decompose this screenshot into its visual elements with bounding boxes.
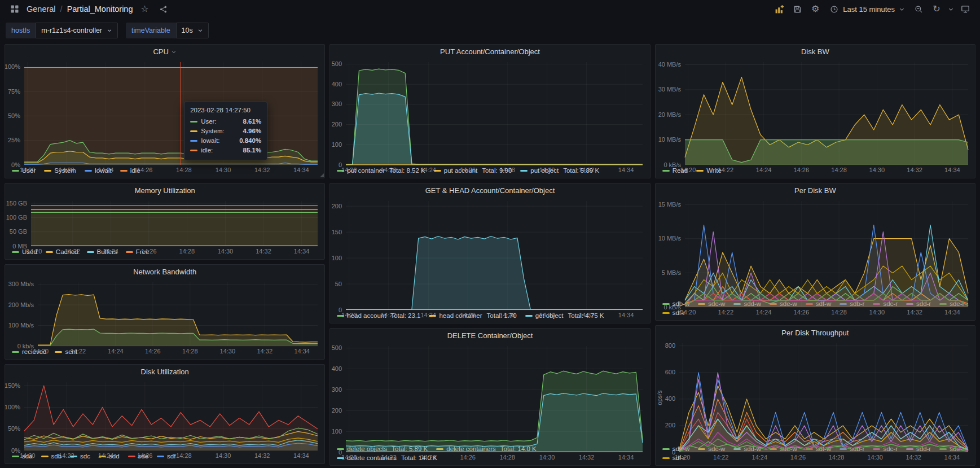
panel-header-put[interactable]: PUT Account/Container/Object bbox=[330, 45, 649, 59]
variable-timevariable-value: 10s bbox=[182, 27, 193, 34]
panel-title: Disk Utilization bbox=[141, 368, 189, 376]
svg-text:14:28: 14:28 bbox=[176, 452, 192, 459]
svg-text:50%: 50% bbox=[8, 425, 20, 432]
svg-text:14:34: 14:34 bbox=[293, 452, 309, 459]
svg-text:14:20: 14:20 bbox=[33, 348, 49, 355]
svg-text:5 MB/s: 5 MB/s bbox=[661, 269, 681, 276]
svg-text:40 MB/s: 40 MB/s bbox=[658, 61, 681, 68]
star-icon[interactable]: ☆ bbox=[138, 2, 152, 16]
svg-text:14:24: 14:24 bbox=[103, 248, 118, 255]
svg-text:0 kb/s: 0 kb/s bbox=[17, 343, 34, 349]
svg-text:0 MB: 0 MB bbox=[12, 243, 27, 250]
variable-hostis-label: hostIs bbox=[6, 23, 36, 38]
put-chart[interactable]: 010020030040050014:2014:2214:2414:2614:2… bbox=[330, 59, 649, 166]
add-panel-icon[interactable] bbox=[772, 2, 786, 16]
chart-svg: 0%50%100%150%14:2014:2214:2414:2614:2814… bbox=[5, 379, 324, 460]
tooltip-series-label: idle: bbox=[201, 146, 213, 155]
svg-text:14:26: 14:26 bbox=[790, 454, 806, 461]
svg-text:14:22: 14:22 bbox=[59, 452, 74, 459]
svg-text:14:32: 14:32 bbox=[256, 248, 271, 255]
zoom-out-icon[interactable] bbox=[912, 2, 925, 16]
disk-utilization-chart[interactable]: 0%50%100%150%14:2014:2214:2414:2614:2814… bbox=[5, 379, 324, 452]
svg-text:100%: 100% bbox=[5, 63, 20, 70]
refresh-icon[interactable]: ↻ bbox=[930, 2, 943, 16]
svg-text:100: 100 bbox=[332, 428, 342, 435]
svg-text:100 Mb/s: 100 Mb/s bbox=[8, 322, 34, 329]
tooltip-series-value: 8.61% bbox=[235, 117, 262, 126]
tooltip-series-value: 4.96% bbox=[235, 126, 262, 136]
variable-hostis-select[interactable]: m-r1z1s4-controller bbox=[36, 23, 118, 38]
svg-text:14:26: 14:26 bbox=[793, 309, 809, 316]
svg-text:14:26: 14:26 bbox=[460, 454, 476, 461]
svg-text:400: 400 bbox=[665, 395, 675, 402]
top-navbar: General / Partial_Monitoring ☆ ⚙ Last 15… bbox=[0, 0, 980, 18]
svg-text:14:28: 14:28 bbox=[828, 454, 844, 461]
svg-text:14:28: 14:28 bbox=[182, 348, 198, 355]
chart-svg: 0 kb/s100 Mb/s200 Mb/s300 Mb/s14:2014:22… bbox=[5, 279, 324, 356]
chart-svg: 0 kB/s5 MB/s10 MB/s15 MB/s14:2014:2214:2… bbox=[656, 198, 975, 317]
panel-header-per-disk-throughput[interactable]: Per Disk Throughput bbox=[656, 326, 975, 340]
dashboard-settings-gear-icon[interactable]: ⚙ bbox=[808, 2, 822, 16]
network-bandwidth-chart[interactable]: 0 kb/s100 Mb/s200 Mb/s300 Mb/s14:2014:22… bbox=[5, 279, 324, 347]
refresh-interval-chevron-icon[interactable] bbox=[948, 6, 954, 12]
svg-text:14:34: 14:34 bbox=[944, 454, 960, 461]
per-disk-bw-chart[interactable]: 0 kB/s5 MB/s10 MB/s15 MB/s14:2014:2214:2… bbox=[656, 198, 975, 299]
cpu-chart[interactable]: 0%25%50%75%100%14:2014:2214:2414:2614:28… bbox=[5, 59, 324, 166]
time-range-picker[interactable]: Last 15 minutes bbox=[827, 2, 907, 16]
svg-text:10 MB/s: 10 MB/s bbox=[658, 136, 681, 143]
panel-title: DELETE Container/Object bbox=[447, 331, 533, 340]
svg-text:0 kB/s: 0 kB/s bbox=[663, 304, 681, 310]
svg-text:14:28: 14:28 bbox=[500, 312, 516, 318]
panel-header-per-disk-bw[interactable]: Per Disk BW bbox=[656, 183, 975, 198]
chevron-down-icon bbox=[107, 28, 112, 33]
panel-header-get-head[interactable]: GET & HEAD Account/Container/Object bbox=[330, 183, 649, 198]
svg-text:75%: 75% bbox=[8, 88, 20, 95]
panel-header-network[interactable]: Network Bandwidth bbox=[5, 265, 324, 279]
svg-text:14:30: 14:30 bbox=[869, 167, 885, 173]
svg-text:14:20: 14:20 bbox=[341, 167, 357, 173]
svg-text:14:34: 14:34 bbox=[618, 167, 634, 173]
get-head-chart[interactable]: 05010015020014:2014:2214:2414:2614:2814:… bbox=[330, 198, 649, 311]
svg-text:14:32: 14:32 bbox=[906, 454, 921, 461]
panel-title: Disk BW bbox=[801, 47, 829, 56]
svg-text:14:28: 14:28 bbox=[500, 454, 516, 461]
panel-header-disk-utilization[interactable]: Disk Utilization bbox=[5, 365, 324, 379]
breadcrumb: General / Partial_Monitoring bbox=[27, 5, 133, 14]
svg-text:14:30: 14:30 bbox=[216, 452, 231, 459]
memory-utilization-chart[interactable]: 0 MB50 GB100 GB150 GB14:2014:2214:2414:2… bbox=[5, 198, 324, 247]
breadcrumb-section[interactable]: General bbox=[27, 5, 56, 14]
panel-header-memory[interactable]: Memory Utilization bbox=[5, 183, 324, 198]
tooltip-series-marker bbox=[190, 121, 197, 123]
svg-text:14:20: 14:20 bbox=[20, 167, 36, 173]
disk-bw-chart[interactable]: 0 kB/s10 MB/s20 MB/s30 MB/s40 MB/s14:201… bbox=[656, 59, 975, 166]
variable-timevariable-label: timeVariable bbox=[126, 23, 176, 38]
svg-text:14:24: 14:24 bbox=[755, 309, 771, 316]
svg-text:400: 400 bbox=[332, 81, 342, 88]
svg-text:14:20: 14:20 bbox=[341, 312, 357, 318]
apps-grid-icon[interactable] bbox=[8, 2, 21, 16]
svg-text:14:34: 14:34 bbox=[618, 312, 634, 318]
svg-text:14:34: 14:34 bbox=[293, 167, 309, 173]
svg-text:14:22: 14:22 bbox=[59, 167, 74, 173]
share-icon[interactable] bbox=[157, 2, 170, 16]
save-dashboard-icon[interactable] bbox=[790, 2, 804, 16]
chevron-down-icon bbox=[899, 6, 905, 12]
panel-header-cpu[interactable]: CPU bbox=[5, 45, 324, 59]
svg-text:200: 200 bbox=[332, 203, 342, 209]
svg-text:14:28: 14:28 bbox=[176, 167, 192, 173]
svg-text:14:32: 14:32 bbox=[907, 309, 922, 316]
svg-text:14:24: 14:24 bbox=[752, 454, 767, 461]
svg-text:14:32: 14:32 bbox=[579, 312, 595, 318]
panel-header-delete[interactable]: DELETE Container/Object bbox=[330, 329, 649, 343]
svg-text:14:26: 14:26 bbox=[145, 348, 161, 355]
panel-resize-handle[interactable] bbox=[320, 173, 324, 177]
kiosk-monitor-icon[interactable] bbox=[959, 2, 972, 16]
panel-header-disk-bw[interactable]: Disk BW bbox=[656, 45, 975, 59]
svg-text:14:20: 14:20 bbox=[341, 454, 357, 461]
variable-timevariable-select[interactable]: 10s bbox=[176, 23, 209, 38]
panel-menu-chevron-icon[interactable] bbox=[171, 49, 177, 55]
delete-chart[interactable]: 010020030040050014:2014:2214:2414:2614:2… bbox=[330, 343, 649, 444]
svg-text:150%: 150% bbox=[5, 382, 20, 389]
panel-cpu: CPU 0%25%50%75%100%14:2014:2214:2414:261… bbox=[5, 44, 325, 178]
per-disk-throughput-chart[interactable]: 020040060080014:2014:2214:2414:2614:2814… bbox=[656, 340, 975, 444]
